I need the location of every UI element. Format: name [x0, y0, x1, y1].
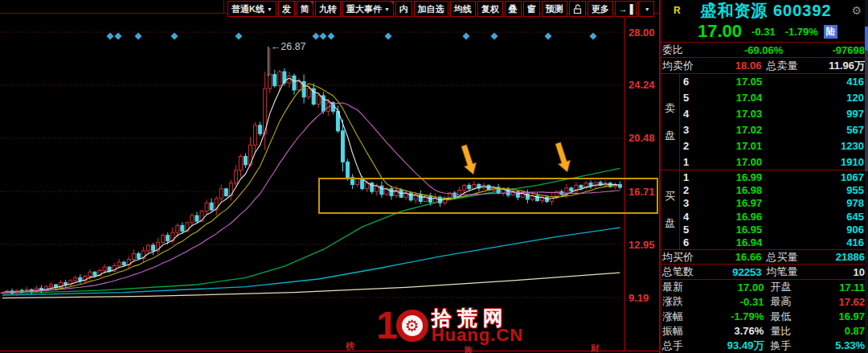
arrow-to-bar-icon: →▐ [619, 4, 633, 14]
ticker-char: 族 [464, 344, 473, 353]
order-level: 4 [680, 211, 694, 223]
gear-icon[interactable]: ⚙ [851, 4, 862, 17]
order-price: 17.05 [694, 76, 804, 88]
toolbar-button-窗[interactable]: 窗 [523, 1, 540, 17]
sell-order-row[interactable]: 317.02567 [680, 121, 868, 138]
buy-order-row[interactable]: 616.94416 [680, 236, 868, 249]
toolbar-button-加自选[interactable]: 加自选 [414, 1, 448, 17]
toolbar-button-label: 普通K线 [231, 3, 264, 15]
avg-sell-label: 均卖价 [662, 59, 712, 73]
order-price: 16.95 [694, 224, 804, 236]
sell-order-row[interactable]: 217.011230 [680, 138, 868, 154]
toolbar-button-label: 九转 [319, 3, 337, 15]
toolbar-button-叠[interactable]: 叠 [505, 1, 522, 17]
order-level: 4 [680, 108, 694, 120]
diamond-marker [135, 33, 142, 40]
toolbar-button-均线[interactable]: 均线 [450, 1, 476, 17]
price-axis-label: 16.71 [628, 186, 655, 198]
toolbar-button-简[interactable]: 简 [297, 1, 313, 17]
toolbar-button-label: 复权 [481, 3, 499, 15]
stat-value: 17.00 [712, 281, 764, 293]
stat-value: 17.11 [810, 281, 865, 293]
toolbar-button-label: 预测 [546, 3, 563, 15]
toolbar-button-九转[interactable]: 九转 [315, 1, 341, 17]
order-level: 2 [680, 184, 694, 196]
buy-order-row[interactable]: 216.98955 [680, 183, 868, 196]
diamond-marker [491, 33, 498, 40]
price-axis-label: 9.19 [628, 292, 649, 304]
diamond-marker [328, 33, 335, 40]
toolbar-button-发[interactable]: 发 [278, 1, 295, 17]
order-level: 5 [680, 224, 694, 236]
stat-label: 最高 [764, 294, 810, 309]
stat-value: 93.49万 [712, 339, 764, 353]
order-level: 6 [680, 76, 694, 88]
toolbar-button-重大事件[interactable]: 重大事件▼ [342, 1, 394, 17]
avg-lot-label: 均笔量 [761, 265, 808, 279]
toolbar-button-label: 窗 [527, 3, 536, 15]
order-volume: 1067 [804, 171, 868, 183]
toolbar-button-更多[interactable]: 更多 [588, 1, 613, 17]
stat-value: 0.87 [810, 325, 865, 337]
stat-row: 总手93.49万换手5.33% [661, 339, 868, 353]
stat-value: 5.33% [810, 339, 865, 351]
total-buy-label: 总买量 [761, 250, 808, 265]
signal-arrow [458, 143, 480, 176]
diamond-marker [385, 33, 392, 40]
margin-flag-badge: R [674, 5, 681, 16]
window-scrollbar[interactable] [865, 0, 868, 353]
watermark-gear-zero: ⚙ [396, 310, 428, 342]
gear-zero-icon: ⚙ [405, 318, 420, 334]
order-level: 6 [680, 236, 694, 248]
weibi-value: -69.06% [712, 44, 783, 56]
chart-toolbar: 普通K线▼发简九转重大事件▼内加自选均线复权叠窗预测更多→▐▼ [227, 1, 654, 17]
buy-order-row[interactable]: 116.991067 [680, 170, 868, 183]
avg-buy-row: 均买价 16.66 总买量 21886 [661, 249, 868, 265]
buy-order-row[interactable]: 516.95906 [680, 223, 868, 236]
toolbar-button-普通K线[interactable]: 普通K线▼ [227, 1, 276, 17]
order-volume: 997 [804, 108, 868, 120]
caret-down-icon: ▼ [384, 6, 390, 12]
toolbar-button-复权[interactable]: 复权 [477, 1, 503, 17]
order-volume: 955 [804, 184, 868, 196]
stat-value: 17.62 [810, 296, 865, 308]
toolbar-unlock-icon[interactable] [569, 1, 586, 17]
stock-title: 盛和资源 600392 [681, 0, 852, 22]
watermark-text: 拾荒网 Huang.CN [432, 308, 523, 343]
order-volume: 567 [804, 124, 868, 136]
order-price: 16.97 [694, 197, 804, 209]
sell-order-row[interactable]: 617.05416 [680, 74, 868, 90]
sell-order-row[interactable]: 417.03997 [680, 106, 868, 122]
order-level: 3 [680, 197, 694, 209]
sell-order-row[interactable]: 517.04120 [680, 90, 868, 106]
order-price: 17.03 [694, 108, 804, 120]
caret-down-icon: ▼ [267, 6, 272, 12]
diamond-marker [107, 33, 114, 40]
order-volume: 416 [804, 236, 868, 248]
toolbar-button-label: 简 [301, 3, 309, 15]
ma5-line [2, 78, 620, 293]
price-axis-label: 28.00 [628, 27, 655, 39]
toolbar-button-预测[interactable]: 预测 [542, 1, 567, 17]
kline-chart[interactable]: 28.0024.2420.4816.7112.959.19←26.87 [0, 0, 659, 353]
stock-app-window: 28.0024.2420.4816.7112.959.19←26.87 普通K线… [0, 0, 868, 353]
toolbar-button-label: 重大事件 [346, 3, 382, 15]
toolbar-button-label: 加自选 [418, 3, 444, 15]
sell-order-row[interactable]: 117.001910 [680, 154, 868, 170]
toolbar-arrow-to-bar-icon[interactable]: →▐ [615, 1, 637, 17]
diamond-marker [320, 33, 327, 40]
quote-panel: R 盛和资源 600392 ⚙ 17.00 -0.31 -1.79% 陆 委比 … [659, 0, 868, 353]
order-price: 16.99 [694, 171, 804, 183]
ticker-char: 财 [591, 343, 600, 353]
toolbar-button-内[interactable]: 内 [395, 1, 412, 17]
ticker-char: 榜 [346, 340, 354, 352]
watermark-domain: Huang.CN [432, 327, 523, 343]
buy-order-row[interactable]: 316.97978 [680, 197, 868, 210]
diamond-marker [171, 33, 178, 40]
buy-order-row[interactable]: 416.96645 [680, 210, 868, 223]
toolbar-caret-down[interactable]: ▼ [638, 1, 654, 17]
price-axis-label: 20.48 [628, 132, 655, 144]
order-volume: 416 [804, 76, 868, 88]
scrollbar-thumb[interactable] [865, 27, 868, 51]
order-volume: 1230 [804, 140, 868, 152]
